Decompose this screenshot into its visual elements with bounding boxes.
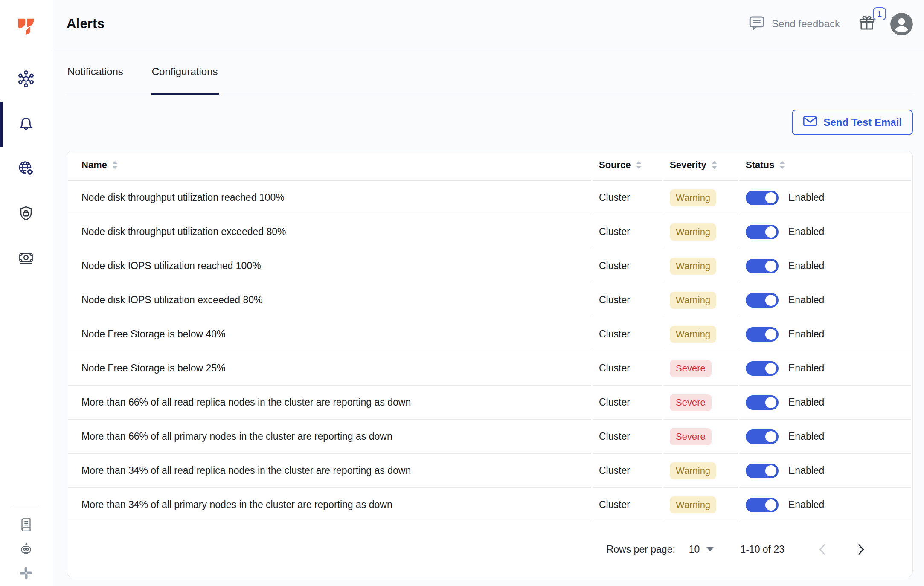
user-avatar[interactable]	[890, 13, 913, 35]
sidebar-item-billing[interactable]	[0, 236, 52, 281]
top-header: Alerts Send feedback	[52, 0, 924, 48]
sidebar-item-slack[interactable]	[0, 562, 52, 586]
status-label: Enabled	[788, 260, 824, 272]
sidebar-item-security[interactable]	[0, 191, 52, 236]
table-row: More than 34% of all read replica nodes …	[68, 454, 911, 488]
column-header-name[interactable]: Name	[68, 151, 591, 181]
status-toggle[interactable]	[746, 191, 779, 205]
severity-badge: Warning	[670, 292, 716, 309]
severity-badge: Warning	[670, 462, 716, 479]
sidebar-item-assistant[interactable]	[0, 537, 52, 562]
alert-source: Cluster	[593, 420, 662, 454]
toggle-knob	[765, 363, 776, 374]
alert-source: Cluster	[593, 454, 662, 488]
table-row: Node disk throughput utilization reached…	[68, 181, 911, 215]
toggle-knob	[765, 295, 776, 306]
column-header-severity[interactable]: Severity	[663, 151, 738, 181]
column-header-status[interactable]: Status	[739, 151, 911, 181]
severity-badge: Severe	[670, 360, 712, 377]
alerts-config-card: Name Source Severity Status Node d	[67, 151, 913, 577]
alert-source: Cluster	[593, 317, 662, 351]
alert-source: Cluster	[593, 249, 662, 283]
chevron-down-icon	[706, 546, 714, 554]
toggle-knob	[765, 465, 776, 476]
toggle-knob	[765, 397, 776, 408]
alerts-table-body: Node disk throughput utilization reached…	[68, 181, 911, 522]
status-label: Enabled	[788, 226, 824, 238]
yugabyte-logo[interactable]	[16, 16, 36, 36]
sidebar-footer	[0, 505, 52, 586]
toggle-knob	[765, 226, 776, 238]
alert-name: Node disk throughput utilization reached…	[68, 181, 591, 215]
alert-source: Cluster	[593, 386, 662, 420]
severity-badge: Warning	[670, 258, 716, 275]
content: Send Test Email Name Source Severity	[52, 95, 924, 577]
status-cell: Enabled	[746, 429, 911, 444]
send-test-email-label: Send Test Email	[823, 116, 902, 128]
alert-name: More than 66% of all read replica nodes …	[68, 386, 591, 420]
bell-icon	[16, 114, 36, 135]
status-label: Enabled	[788, 499, 824, 511]
actions-row: Send Test Email	[67, 110, 913, 135]
sort-icon[interactable]	[112, 161, 118, 172]
sidebar-item-network[interactable]	[0, 147, 52, 191]
severity-badge: Warning	[670, 189, 716, 206]
alert-source: Cluster	[593, 215, 662, 249]
sort-icon[interactable]	[636, 161, 642, 172]
status-label: Enabled	[788, 192, 824, 203]
status-cell: Enabled	[746, 498, 911, 512]
table-row: Node disk throughput utilization exceede…	[68, 215, 911, 249]
sidebar-nav	[0, 57, 52, 281]
sidebar-item-docs[interactable]	[0, 513, 52, 537]
status-toggle[interactable]	[746, 259, 779, 273]
send-feedback-button[interactable]: Send feedback	[748, 14, 840, 34]
table-row: Node disk IOPS utilization exceeded 80% …	[68, 283, 911, 317]
sidebar-item-clusters[interactable]	[0, 57, 52, 102]
alert-name: Node disk IOPS utilization exceeded 80%	[68, 283, 591, 317]
tab-configurations[interactable]: Configurations	[151, 48, 219, 95]
status-toggle[interactable]	[746, 464, 779, 478]
severity-badge: Warning	[670, 496, 716, 513]
rows-per-page-value: 10	[689, 544, 700, 555]
tab-notifications[interactable]: Notifications	[67, 48, 124, 95]
status-cell: Enabled	[746, 395, 911, 410]
alert-source: Cluster	[593, 488, 662, 522]
status-toggle[interactable]	[746, 395, 779, 410]
table-row: Node Free Storage is below 40% Cluster W…	[68, 317, 911, 351]
next-page-button[interactable]	[857, 544, 865, 555]
header-controls: Send feedback 1	[748, 13, 913, 35]
toggle-knob	[765, 192, 776, 203]
sidebar-item-alerts[interactable]	[0, 102, 52, 147]
status-toggle[interactable]	[746, 225, 779, 239]
sort-icon[interactable]	[711, 161, 718, 172]
send-test-email-button[interactable]: Send Test Email	[792, 110, 913, 135]
alerts-table: Name Source Severity Status Node d	[67, 151, 912, 522]
severity-badge: Warning	[670, 223, 716, 241]
tabs: Notifications Configurations	[67, 48, 913, 95]
slack-icon	[18, 566, 34, 583]
status-toggle[interactable]	[746, 327, 779, 342]
status-cell: Enabled	[746, 293, 911, 308]
send-feedback-label: Send feedback	[772, 18, 840, 30]
sidebar	[0, 0, 52, 586]
whats-new-button[interactable]: 1	[858, 14, 876, 34]
pagination-range: 1-10 of 23	[740, 544, 785, 555]
status-toggle[interactable]	[746, 429, 779, 444]
robot-assistant-icon	[18, 541, 34, 558]
alert-name: Node disk IOPS utilization reached 100%	[68, 249, 591, 283]
alert-source: Cluster	[593, 351, 662, 386]
status-toggle[interactable]	[746, 498, 779, 512]
table-row: More than 34% of all primary nodes in th…	[68, 488, 911, 522]
status-label: Enabled	[788, 363, 824, 374]
globe-settings-icon	[16, 159, 36, 180]
table-row: More than 66% of all primary nodes in th…	[68, 420, 911, 454]
severity-badge: Severe	[670, 428, 712, 445]
sort-icon[interactable]	[779, 161, 785, 172]
status-toggle[interactable]	[746, 361, 779, 376]
status-label: Enabled	[788, 397, 824, 408]
rows-per-page-select[interactable]: 10	[689, 544, 714, 555]
status-toggle[interactable]	[746, 293, 779, 308]
alert-name: More than 34% of all read replica nodes …	[68, 454, 591, 488]
previous-page-button[interactable]	[819, 544, 826, 555]
column-header-source[interactable]: Source	[593, 151, 662, 181]
